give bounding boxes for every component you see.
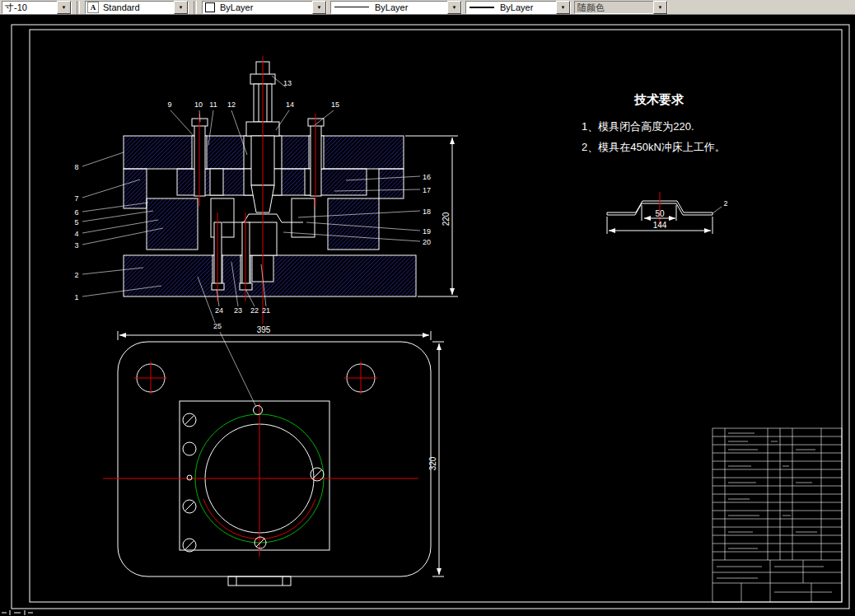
plot-style-value: 随颜色 [575, 2, 653, 13]
part-label: 21 [262, 306, 270, 315]
part-label: 6 [74, 208, 78, 217]
dim-style-dropdown-button[interactable]: ▼ [57, 1, 71, 14]
linetype-dropdown-button[interactable]: ▼ [447, 1, 461, 14]
dim-395: 395 [257, 325, 271, 334]
text-style-combo[interactable]: A Standard ▼ [85, 1, 189, 14]
color-swatch-icon [205, 2, 215, 12]
dim-320: 320 [428, 456, 437, 470]
dim-144: 144 [653, 221, 667, 230]
toolbar-separator [77, 1, 80, 14]
part-label: 10 [194, 100, 203, 109]
plan-view[interactable]: 395 320 25 [103, 322, 444, 586]
tech-requirement-2: 2、模具在450kN冲床上工作。 [582, 141, 726, 153]
title-block[interactable] [712, 428, 842, 602]
model-space-canvas[interactable]: 220 [0, 15, 855, 616]
text-style-icon: A [87, 2, 99, 13]
part-label: 19 [423, 227, 431, 236]
part-label: 3 [74, 241, 78, 250]
drawing-canvas-svg[interactable]: 220 [0, 15, 855, 616]
tech-requirements-note[interactable]: 技术要求 1、模具闭合高度为220. 2、模具在450kN冲床上工作。 [582, 92, 726, 153]
properties-toolbar: 寸-10 ▼ A Standard ▼ ByLayer ▼ ByLayer ▼ … [0, 0, 855, 15]
toolbar-separator [194, 1, 197, 14]
linetype-value: ByLayer [372, 2, 447, 13]
part-label: 17 [423, 186, 431, 194]
text-style-dropdown-button[interactable]: ▼ [174, 1, 188, 14]
cad-application-window: 寸-10 ▼ A Standard ▼ ByLayer ▼ ByLayer ▼ … [0, 0, 855, 616]
plot-style-dropdown-button: ▼ [653, 1, 667, 14]
part-label: 5 [74, 218, 78, 226]
part-label: 8 [74, 163, 78, 171]
part-label: 12 [227, 100, 236, 109]
dim-2: 2 [723, 199, 727, 208]
part-label: 9 [167, 100, 171, 109]
part-profile-view[interactable]: 50 144 2 [607, 192, 728, 234]
part-label-25: 25 [213, 322, 222, 330]
part-label: 22 [250, 306, 259, 315]
lineweight-dropdown-button[interactable]: ▼ [556, 1, 570, 14]
part-label: 24 [215, 306, 223, 315]
tech-requirement-1: 1、模具闭合高度为220. [582, 120, 694, 133]
part-label: 14 [286, 100, 294, 109]
part-label: 11 [209, 100, 217, 109]
lineweight-value: ByLayer [498, 2, 556, 13]
part-label: 20 [423, 238, 431, 246]
linetype-sample-icon [334, 7, 369, 7]
part-label: 18 [423, 208, 431, 216]
part-label: 16 [423, 173, 431, 181]
dim-style-combo[interactable]: 寸-10 ▼ [2, 1, 72, 14]
section-view[interactable]: 220 [74, 56, 458, 407]
part-label: 2 [74, 271, 78, 279]
color-value: ByLayer [217, 2, 312, 13]
screen-artifacts [2, 610, 33, 615]
tech-requirements-title: 技术要求 [633, 92, 684, 106]
text-style-value: Standard [100, 2, 174, 13]
part-label: 15 [331, 100, 339, 109]
linetype-combo[interactable]: ByLayer ▼ [330, 1, 462, 14]
part-label: 4 [74, 230, 78, 238]
dim-220: 220 [442, 212, 451, 226]
illegible-text-marks [717, 433, 832, 592]
part-label: 7 [74, 194, 78, 203]
lineweight-combo[interactable]: ByLayer ▼ [465, 1, 571, 14]
color-control-combo[interactable]: ByLayer ▼ [202, 1, 327, 14]
dim-50: 50 [655, 209, 665, 218]
dim-style-value: 寸-10 [2, 2, 57, 13]
lineweight-sample-icon [470, 7, 494, 8]
part-label: 23 [234, 306, 242, 315]
plot-style-combo: 随颜色 ▼ [574, 1, 668, 14]
part-label: 13 [283, 79, 292, 87]
part-label: 1 [74, 293, 78, 301]
color-dropdown-button[interactable]: ▼ [312, 1, 326, 14]
